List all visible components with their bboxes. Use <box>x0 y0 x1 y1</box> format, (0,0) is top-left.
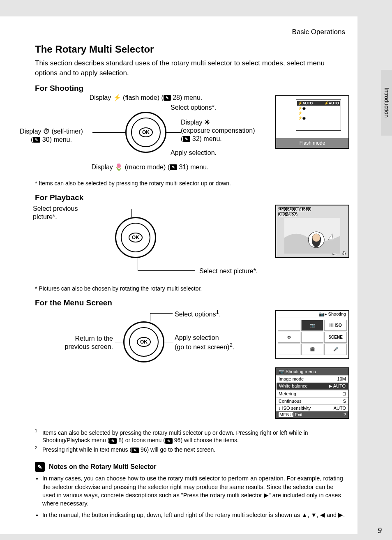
section-playback: For Playback Select previous picture*. O… <box>35 193 345 292</box>
playback-image-illustration <box>284 218 340 254</box>
label-return-prev: Return to the previous screen. <box>51 335 113 351</box>
page-title: The Rotary Multi Selector <box>35 44 345 55</box>
menu-row: Image mode10M <box>276 375 348 382</box>
label-apply-next: Apply selection (go to next screen)2. <box>175 334 265 351</box>
intro-text: This section describes standard uses of … <box>35 58 345 78</box>
label-next-picture: Select next picture*. <box>199 267 281 275</box>
heading-shooting: For Shooting <box>35 84 345 93</box>
ok-button: OK <box>129 233 143 242</box>
notes-heading: ✎ Notes on the Rotary Multi Selector <box>35 462 345 472</box>
svg-point-2 <box>312 233 320 241</box>
section-menu: For the Menu Screen Select options1. OK … <box>35 298 345 454</box>
section-shooting: For Shooting Display ⚡ (flash mode) (✎ 2… <box>35 84 345 187</box>
label-macro-mode: Display 🌷 (macro mode) (✎ 31) menu. <box>64 163 236 171</box>
breadcrumb: Basic Operations <box>35 28 345 36</box>
menu-row: Metering⊡ <box>276 390 348 397</box>
ref-icon: ✎ <box>165 438 173 444</box>
footnote-menu-1: 1 Items can also be selected by pressing… <box>35 429 345 445</box>
timer-icon: ⏱ <box>43 128 50 135</box>
screen-playback: 15/05/2008 15:30 0004.JPG 4/ 4 <box>275 205 349 258</box>
label-flash-mode: Display ⚡ (flash mode) (✎ 28) menu. <box>76 94 216 102</box>
label-apply-selection: Apply selection. <box>171 149 253 157</box>
label-prev-picture: Select previous picture*. <box>33 205 90 221</box>
rotary-dial: OK <box>125 112 166 153</box>
screen-shooting-modes: 📷▸ Shooting 📷 HI ISO ⚙ SCENE 🎬 🎤 <box>275 310 349 359</box>
rotary-dial-playback: OK <box>115 217 156 258</box>
ref-icon: ✎ <box>183 136 190 142</box>
label-menu-select-options: Select options1. <box>175 309 249 318</box>
diagram-shooting: Display ⚡ (flash mode) (✎ 28) menu. OK D… <box>35 95 345 178</box>
rotary-dial-menu: OK <box>123 321 164 362</box>
heading-menu: For the Menu Screen <box>35 298 345 307</box>
note-bullet-2: In the manual, the button indicating up,… <box>42 511 345 519</box>
ref-icon: ✎ <box>131 448 139 453</box>
ref-icon: ✎ <box>109 438 117 444</box>
menu-row: ContinuousS <box>276 397 348 404</box>
playback-total: 4 <box>343 251 345 256</box>
footnote-menu-2: 2 Pressing right while in text menus (✎ … <box>35 446 345 454</box>
page-number: 9 <box>378 526 382 535</box>
diagram-playback: Select previous picture*. OK Select next… <box>35 205 345 283</box>
heading-playback: For Playback <box>35 193 345 202</box>
playback-date: 15/05/2008 15:30 <box>279 207 311 212</box>
menu-row-active: White balance▶ AUTO <box>276 382 348 390</box>
label-self-timer: Display ⏱ (self-timer) (✎ 30) menu. <box>10 127 92 144</box>
notes-section: ✎ Notes on the Rotary Multi Selector In … <box>35 462 345 519</box>
footnote-playback: * Pictures can also be chosen by rotatin… <box>35 285 345 292</box>
flash-icon: ⚡ <box>113 94 121 101</box>
page: Basic Operations The Rotary Multi Select… <box>0 16 357 534</box>
side-tab-label: Introduction <box>383 88 390 118</box>
side-tab: Introduction <box>381 70 392 136</box>
label-select-options: Select options*. <box>171 104 253 112</box>
ref-icon: ✎ <box>170 164 177 170</box>
ok-button: OK <box>139 127 153 137</box>
screen-flash-mode: ⚡AUTO⚡AUTO ⚡◉ ⚡ ⚡◉ Flash mode <box>275 95 349 149</box>
playback-file: 0004.JPG <box>279 212 297 217</box>
ref-icon: ✎ <box>164 95 171 101</box>
diagram-menu: Select options1. OK Return to the previo… <box>35 310 345 429</box>
ref-icon: ✎ <box>33 137 40 143</box>
footnote-shooting: * Items can also be selected by pressing… <box>35 180 345 187</box>
exposure-icon: ☀ <box>204 119 210 126</box>
flash-caption: Flash mode <box>276 138 348 148</box>
note-bullet-1: In many cases, you can choose how to use… <box>42 474 345 508</box>
macro-icon: 🌷 <box>115 164 123 171</box>
label-exposure-comp: Display ☀ (exposure compensation) (✎ 32)… <box>181 118 267 143</box>
pencil-icon: ✎ <box>35 462 45 472</box>
ok-button: OK <box>137 337 151 347</box>
menu-row: ↓ ISO sensitivityAUTO <box>276 404 348 411</box>
screen-shooting-menu: 📷 Shooting menu Image mode10M White bala… <box>275 367 349 419</box>
